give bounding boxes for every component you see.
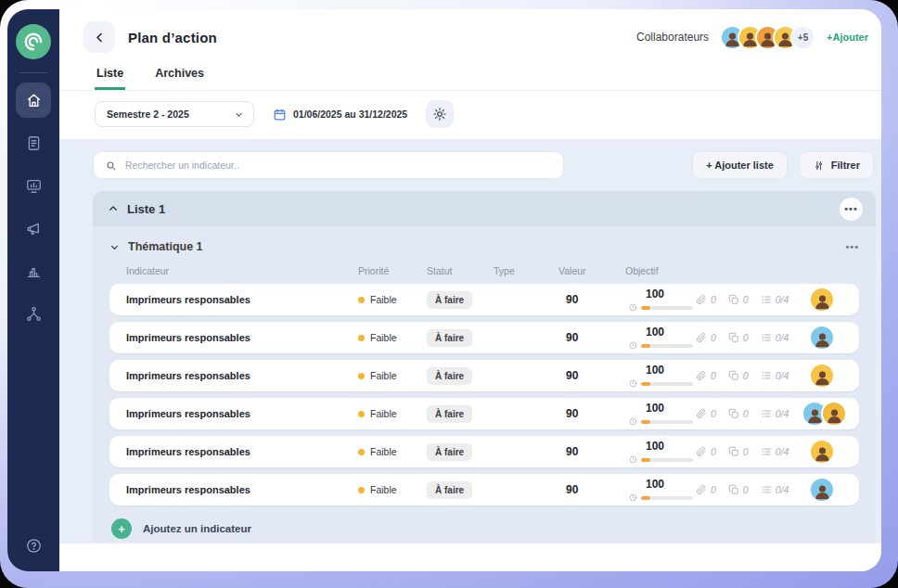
objective-progress xyxy=(629,379,693,388)
indicator-row[interactable]: Imprimeurs responsables Faible À faire 9… xyxy=(109,398,859,429)
row-avatars xyxy=(802,325,842,351)
assignee-avatar[interactable] xyxy=(809,287,835,313)
attachments-count[interactable]: 0 xyxy=(696,408,716,419)
bar-chart-icon xyxy=(25,262,43,280)
attachments-count[interactable]: 0 xyxy=(696,332,716,343)
document-icon xyxy=(25,134,43,152)
status-badge[interactable]: À faire xyxy=(427,291,472,309)
content-panel: + Ajouter liste Filtrer Liste 1 ••• xyxy=(59,139,881,543)
value-cell: 90 xyxy=(558,483,625,496)
objective-progress-fill xyxy=(641,420,650,424)
priority-dot-icon xyxy=(358,487,365,493)
duplicates-count[interactable]: 0 xyxy=(728,446,749,457)
status-badge[interactable]: À faire xyxy=(427,405,472,423)
attachments-count[interactable]: 0 xyxy=(696,370,716,381)
brand-logo-icon[interactable] xyxy=(16,24,51,59)
row-avatars xyxy=(802,439,842,465)
date-range[interactable]: 01/06/2025 au 31/12/2025 xyxy=(273,108,407,121)
checklist-count[interactable]: 0/4 xyxy=(761,332,789,343)
collaborator-avatars: +5 xyxy=(720,25,815,50)
sidebar-nav xyxy=(16,83,51,331)
home-icon xyxy=(25,92,43,109)
duplicates-count[interactable]: 0 xyxy=(728,332,749,343)
objective-cell: 100 xyxy=(625,440,696,464)
list-more-button[interactable]: ••• xyxy=(840,198,863,221)
list-body: Thématique 1 ••• Indicateur Priorité Sta… xyxy=(93,226,876,543)
objective-progress xyxy=(629,341,693,350)
indicator-row[interactable]: Imprimeurs responsables Faible À faire 9… xyxy=(109,474,859,505)
status-badge[interactable]: À faire xyxy=(427,329,472,347)
duplicates-count[interactable]: 0 xyxy=(728,484,749,495)
collaborators-block: Collaborateurs +5 +Ajouter xyxy=(636,25,868,50)
checklist-count[interactable]: 0/4 xyxy=(761,484,789,495)
indicator-row[interactable]: Imprimeurs responsables Faible À faire 9… xyxy=(109,322,859,353)
duplicates-count[interactable]: 0 xyxy=(728,408,749,419)
assignee-avatar[interactable] xyxy=(821,401,847,427)
objective-progress-fill xyxy=(641,382,650,386)
checklist-icon xyxy=(761,294,772,305)
search-icon xyxy=(105,160,117,172)
sliders-icon xyxy=(813,160,825,172)
checklist-count[interactable]: 0/4 xyxy=(761,294,789,305)
status-badge[interactable]: À faire xyxy=(427,481,472,499)
chevron-up-icon[interactable] xyxy=(108,203,119,214)
add-indicator-button[interactable]: + Ajoutez un indicateur xyxy=(109,518,859,539)
priority-dot-icon xyxy=(358,297,365,303)
row-avatars xyxy=(802,363,842,389)
theme-more-button[interactable]: ••• xyxy=(845,241,859,252)
sidebar-item-network[interactable] xyxy=(16,296,51,331)
objective-value: 100 xyxy=(646,440,664,453)
row-avatars xyxy=(802,401,854,427)
sidebar-item-statistics[interactable] xyxy=(16,253,51,288)
duplicates-count[interactable]: 0 xyxy=(728,370,749,381)
indicator-name: Imprimeurs responsables xyxy=(126,370,358,381)
assignee-avatar[interactable] xyxy=(809,325,835,351)
tab-liste[interactable]: Liste xyxy=(95,61,125,90)
add-collaborator-link[interactable]: +Ajouter xyxy=(827,32,868,43)
status-badge[interactable]: À faire xyxy=(427,443,472,461)
search-input[interactable] xyxy=(125,160,552,171)
objective-progress xyxy=(629,455,693,464)
add-indicator-label: Ajoutez un indicateur xyxy=(143,523,251,534)
sidebar-item-announcements[interactable] xyxy=(16,211,51,246)
tab-archives[interactable]: Archives xyxy=(153,61,206,90)
sidebar-item-documents[interactable] xyxy=(16,125,51,160)
attachments-count[interactable]: 0 xyxy=(696,294,716,305)
help-button[interactable] xyxy=(25,537,43,558)
objective-progress xyxy=(629,493,693,502)
period-select[interactable]: Semestre 2 - 2025 xyxy=(95,101,254,127)
checklist-count[interactable]: 0/4 xyxy=(761,446,789,457)
attachments-count[interactable]: 0 xyxy=(696,446,716,457)
objective-cell: 100 xyxy=(625,326,696,350)
assignee-avatar[interactable] xyxy=(809,363,835,389)
priority-dot-icon xyxy=(358,411,365,417)
checklist-count[interactable]: 0/4 xyxy=(761,370,789,381)
copy-icon xyxy=(728,446,739,457)
indicator-row[interactable]: Imprimeurs responsables Faible À faire 9… xyxy=(109,436,859,467)
assignee-avatar[interactable] xyxy=(809,439,835,465)
column-valeur: Valeur xyxy=(558,265,625,276)
row-avatars xyxy=(802,287,842,313)
filter-button[interactable]: Filtrer xyxy=(799,151,874,179)
row-avatars xyxy=(802,477,842,503)
sidebar-item-presentation[interactable] xyxy=(16,168,51,203)
indicator-row[interactable]: Imprimeurs responsables Faible À faire 9… xyxy=(109,360,859,391)
objective-cell: 100 xyxy=(625,402,696,426)
sidebar-item-home[interactable] xyxy=(16,83,51,118)
duplicates-count[interactable]: 0 xyxy=(728,294,749,305)
attachments-count[interactable]: 0 xyxy=(696,484,716,495)
indicator-row[interactable]: Imprimeurs responsables Faible À faire 9… xyxy=(109,284,859,315)
paperclip-icon xyxy=(696,446,707,457)
status-badge[interactable]: À faire xyxy=(427,367,472,385)
add-list-button[interactable]: + Ajouter liste xyxy=(692,151,788,179)
assignee-avatar[interactable] xyxy=(809,477,835,503)
priority-cell: Faible xyxy=(358,294,427,305)
collaborator-overflow-badge[interactable]: +5 xyxy=(790,25,815,50)
chevron-down-icon[interactable] xyxy=(109,242,120,252)
back-button[interactable] xyxy=(83,21,115,53)
clock-icon xyxy=(629,417,637,426)
clock-icon xyxy=(629,455,637,464)
objective-progress-fill xyxy=(641,306,650,310)
settings-button[interactable] xyxy=(426,100,454,128)
checklist-count[interactable]: 0/4 xyxy=(761,408,789,419)
